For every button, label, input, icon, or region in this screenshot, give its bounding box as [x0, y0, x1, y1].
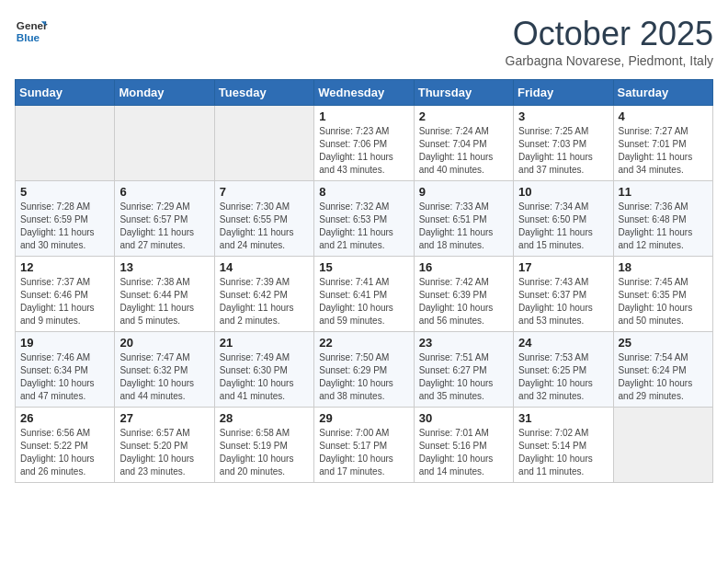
calendar-cell	[613, 408, 712, 483]
calendar-cell: 21Sunrise: 7:49 AM Sunset: 6:30 PM Dayli…	[214, 332, 313, 408]
day-number: 2	[419, 109, 508, 123]
day-number: 5	[20, 185, 109, 199]
day-info: Sunrise: 6:58 AM Sunset: 5:19 PM Dayligh…	[220, 427, 309, 478]
day-info: Sunrise: 7:36 AM Sunset: 6:48 PM Dayligh…	[619, 201, 708, 252]
day-info: Sunrise: 7:34 AM Sunset: 6:50 PM Dayligh…	[518, 201, 608, 252]
col-header-sunday: Sunday	[16, 80, 115, 106]
day-info: Sunrise: 7:30 AM Sunset: 6:55 PM Dayligh…	[220, 201, 309, 252]
day-info: Sunrise: 7:42 AM Sunset: 6:39 PM Dayligh…	[419, 276, 508, 327]
calendar-cell: 22Sunrise: 7:50 AM Sunset: 6:29 PM Dayli…	[314, 332, 414, 408]
calendar-cell: 11Sunrise: 7:36 AM Sunset: 6:48 PM Dayli…	[613, 181, 712, 257]
day-info: Sunrise: 7:02 AM Sunset: 5:14 PM Dayligh…	[518, 427, 608, 478]
day-number: 24	[518, 336, 608, 350]
calendar-cell: 7Sunrise: 7:30 AM Sunset: 6:55 PM Daylig…	[214, 181, 313, 257]
day-info: Sunrise: 7:27 AM Sunset: 7:01 PM Dayligh…	[619, 125, 708, 177]
calendar-cell: 18Sunrise: 7:45 AM Sunset: 6:35 PM Dayli…	[613, 257, 712, 332]
calendar-cell: 17Sunrise: 7:43 AM Sunset: 6:37 PM Dayli…	[514, 257, 613, 332]
calendar-cell: 23Sunrise: 7:51 AM Sunset: 6:27 PM Dayli…	[414, 332, 513, 408]
col-header-monday: Monday	[115, 80, 214, 106]
calendar-cell: 16Sunrise: 7:42 AM Sunset: 6:39 PM Dayli…	[414, 257, 513, 332]
day-number: 3	[518, 109, 608, 123]
day-number: 19	[20, 336, 109, 350]
day-info: Sunrise: 7:49 AM Sunset: 6:30 PM Dayligh…	[220, 351, 309, 403]
month-title: October 2025	[506, 15, 713, 53]
day-number: 31	[518, 411, 608, 425]
calendar-cell: 14Sunrise: 7:39 AM Sunset: 6:42 PM Dayli…	[214, 257, 313, 332]
day-info: Sunrise: 7:33 AM Sunset: 6:51 PM Dayligh…	[419, 201, 508, 252]
day-info: Sunrise: 7:37 AM Sunset: 6:46 PM Dayligh…	[20, 276, 109, 327]
day-number: 18	[619, 260, 708, 274]
calendar-cell: 10Sunrise: 7:34 AM Sunset: 6:50 PM Dayli…	[514, 181, 613, 257]
header-row: SundayMondayTuesdayWednesdayThursdayFrid…	[16, 80, 713, 106]
day-info: Sunrise: 7:39 AM Sunset: 6:42 PM Dayligh…	[220, 276, 309, 327]
calendar-cell: 5Sunrise: 7:28 AM Sunset: 6:59 PM Daylig…	[16, 181, 115, 257]
day-info: Sunrise: 7:24 AM Sunset: 7:04 PM Dayligh…	[419, 125, 508, 177]
svg-text:General: General	[17, 19, 48, 31]
day-info: Sunrise: 7:28 AM Sunset: 6:59 PM Dayligh…	[20, 201, 109, 252]
calendar-cell	[16, 106, 115, 181]
day-number: 13	[119, 260, 209, 274]
day-number: 1	[319, 109, 408, 123]
calendar-cell: 4Sunrise: 7:27 AM Sunset: 7:01 PM Daylig…	[613, 106, 712, 181]
day-number: 28	[220, 411, 309, 425]
calendar-cell: 8Sunrise: 7:32 AM Sunset: 6:53 PM Daylig…	[314, 181, 414, 257]
day-number: 21	[220, 336, 309, 350]
calendar-cell: 29Sunrise: 7:00 AM Sunset: 5:17 PM Dayli…	[314, 408, 414, 483]
week-row-0: 1Sunrise: 7:23 AM Sunset: 7:06 PM Daylig…	[16, 106, 713, 181]
col-header-thursday: Thursday	[414, 80, 513, 106]
day-info: Sunrise: 7:47 AM Sunset: 6:32 PM Dayligh…	[119, 351, 209, 403]
week-row-2: 12Sunrise: 7:37 AM Sunset: 6:46 PM Dayli…	[16, 257, 713, 332]
day-number: 11	[619, 185, 708, 199]
calendar-cell: 9Sunrise: 7:33 AM Sunset: 6:51 PM Daylig…	[414, 181, 513, 257]
week-row-4: 26Sunrise: 6:56 AM Sunset: 5:22 PM Dayli…	[16, 408, 713, 483]
calendar-cell: 28Sunrise: 6:58 AM Sunset: 5:19 PM Dayli…	[214, 408, 313, 483]
col-header-saturday: Saturday	[613, 80, 712, 106]
day-number: 23	[419, 336, 508, 350]
day-number: 29	[319, 411, 408, 425]
day-number: 8	[319, 185, 408, 199]
day-info: Sunrise: 6:56 AM Sunset: 5:22 PM Dayligh…	[20, 427, 109, 478]
calendar-cell	[115, 106, 214, 181]
calendar-cell: 31Sunrise: 7:02 AM Sunset: 5:14 PM Dayli…	[514, 408, 613, 483]
day-info: Sunrise: 7:38 AM Sunset: 6:44 PM Dayligh…	[119, 276, 209, 327]
calendar-cell: 3Sunrise: 7:25 AM Sunset: 7:03 PM Daylig…	[514, 106, 613, 181]
day-number: 16	[419, 260, 508, 274]
location-subtitle: Garbagna Novarese, Piedmont, Italy	[506, 53, 713, 68]
calendar-cell	[214, 106, 313, 181]
day-info: Sunrise: 7:53 AM Sunset: 6:25 PM Dayligh…	[518, 351, 608, 403]
svg-text:Blue: Blue	[17, 31, 40, 43]
col-header-wednesday: Wednesday	[314, 80, 414, 106]
calendar-cell: 27Sunrise: 6:57 AM Sunset: 5:20 PM Dayli…	[115, 408, 214, 483]
calendar-cell: 20Sunrise: 7:47 AM Sunset: 6:32 PM Dayli…	[115, 332, 214, 408]
day-info: Sunrise: 7:00 AM Sunset: 5:17 PM Dayligh…	[319, 427, 408, 478]
day-info: Sunrise: 7:54 AM Sunset: 6:24 PM Dayligh…	[619, 351, 708, 403]
day-info: Sunrise: 7:32 AM Sunset: 6:53 PM Dayligh…	[319, 201, 408, 252]
day-number: 17	[518, 260, 608, 274]
calendar-cell: 24Sunrise: 7:53 AM Sunset: 6:25 PM Dayli…	[514, 332, 613, 408]
calendar-cell: 2Sunrise: 7:24 AM Sunset: 7:04 PM Daylig…	[414, 106, 513, 181]
calendar-cell: 12Sunrise: 7:37 AM Sunset: 6:46 PM Dayli…	[16, 257, 115, 332]
day-number: 20	[119, 336, 209, 350]
week-row-1: 5Sunrise: 7:28 AM Sunset: 6:59 PM Daylig…	[16, 181, 713, 257]
day-number: 30	[419, 411, 508, 425]
day-number: 27	[119, 411, 209, 425]
calendar-cell: 26Sunrise: 6:56 AM Sunset: 5:22 PM Dayli…	[16, 408, 115, 483]
calendar-cell: 25Sunrise: 7:54 AM Sunset: 6:24 PM Dayli…	[613, 332, 712, 408]
calendar-cell: 15Sunrise: 7:41 AM Sunset: 6:41 PM Dayli…	[314, 257, 414, 332]
day-number: 7	[220, 185, 309, 199]
day-info: Sunrise: 6:57 AM Sunset: 5:20 PM Dayligh…	[119, 427, 209, 478]
day-number: 14	[220, 260, 309, 274]
week-row-3: 19Sunrise: 7:46 AM Sunset: 6:34 PM Dayli…	[16, 332, 713, 408]
logo: General Blue	[15, 15, 48, 48]
logo-icon: General Blue	[15, 15, 48, 48]
day-info: Sunrise: 7:01 AM Sunset: 5:16 PM Dayligh…	[419, 427, 508, 478]
day-number: 6	[119, 185, 209, 199]
calendar-table: SundayMondayTuesdayWednesdayThursdayFrid…	[15, 79, 713, 483]
day-info: Sunrise: 7:46 AM Sunset: 6:34 PM Dayligh…	[20, 351, 109, 403]
title-block: October 2025 Garbagna Novarese, Piedmont…	[506, 15, 713, 68]
day-info: Sunrise: 7:29 AM Sunset: 6:57 PM Dayligh…	[119, 201, 209, 252]
col-header-tuesday: Tuesday	[214, 80, 313, 106]
day-info: Sunrise: 7:23 AM Sunset: 7:06 PM Dayligh…	[319, 125, 408, 177]
day-number: 15	[319, 260, 408, 274]
day-info: Sunrise: 7:41 AM Sunset: 6:41 PM Dayligh…	[319, 276, 408, 327]
